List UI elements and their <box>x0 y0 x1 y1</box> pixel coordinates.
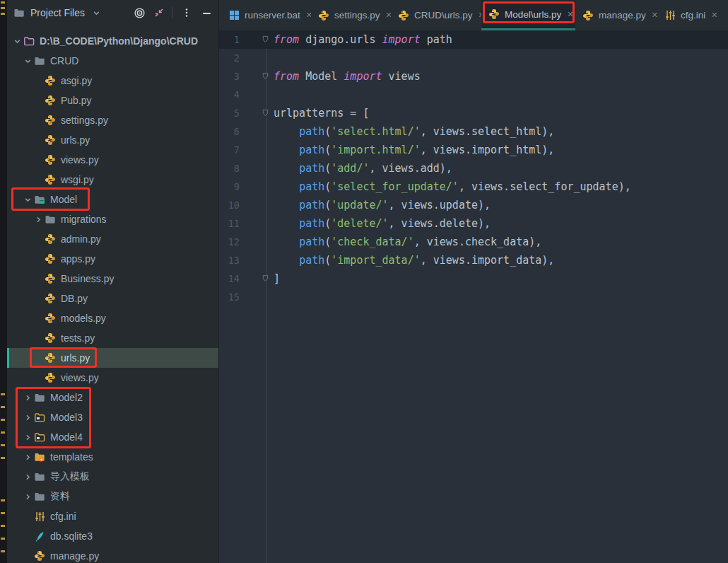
code-line-6[interactable]: 6 path('select.html/', views.select_html… <box>219 122 728 141</box>
tree-item-cfg-ini[interactable]: cfg.ini <box>7 506 218 526</box>
tree-item-model2[interactable]: Model2 <box>7 388 218 407</box>
chevron-right-icon[interactable] <box>22 492 33 501</box>
code-line-2[interactable]: 2 <box>219 49 728 67</box>
project-tree: D:\B_CODE\Python\Django\CRUDCRUDasgi.pyP… <box>7 31 218 563</box>
tab-settings-py[interactable]: settings.py✕ <box>311 0 391 30</box>
tree-item-label: CRUD <box>50 55 78 66</box>
close-icon[interactable]: ✕ <box>386 11 391 20</box>
tab-model-urls-py[interactable]: Model\urls.py✕ <box>481 0 575 30</box>
tab-crud-urls-py[interactable]: CRUD\urls.py✕ <box>391 0 481 30</box>
tree-item-urls-py[interactable]: urls.py <box>7 130 218 150</box>
hide-icon[interactable] <box>200 6 213 19</box>
chevron-down-icon[interactable] <box>11 37 23 46</box>
code-line-10[interactable]: 10 path('update/', views.update), <box>219 196 728 214</box>
token-string: 'update/' <box>331 199 388 211</box>
locate-target-icon[interactable] <box>133 6 146 19</box>
close-icon[interactable]: ✕ <box>711 11 717 20</box>
tree-item-wsgi-py[interactable]: wsgi.py <box>7 170 218 190</box>
token-text: ] <box>274 272 280 285</box>
code-line-7[interactable]: 7 path('import.html/', views.import_html… <box>219 141 728 159</box>
line-number: 14 <box>219 273 266 284</box>
project-files-dropdown[interactable]: Project Files <box>13 6 102 19</box>
code-line-14[interactable]: 14] <box>219 269 728 288</box>
tree-item-model[interactable]: Model <box>7 190 218 209</box>
tree-item-label: D:\B_CODE\Python\Django\CRUD <box>40 35 198 47</box>
fold-marker-icon[interactable] <box>262 72 269 80</box>
code-line-8[interactable]: 8 path('add/', views.add), <box>219 159 728 178</box>
tree-item-templates[interactable]: templates <box>7 447 218 467</box>
token-function: path <box>299 236 324 248</box>
python-icon <box>44 292 57 305</box>
tree-item-urls-py[interactable]: urls.py <box>7 348 218 368</box>
code-line-15[interactable]: 15 <box>219 288 728 306</box>
token-text <box>274 254 299 267</box>
tree-item-asgi-py[interactable]: asgi.py <box>7 71 218 91</box>
tab-cfg-ini[interactable]: cfg.ini✕ <box>657 0 724 30</box>
tab-manage-py[interactable]: manage.py✕ <box>575 0 657 30</box>
code-text: path('add/', views.add), <box>274 162 452 175</box>
tree-item-资料[interactable]: 资料 <box>7 487 218 506</box>
chevron-down-icon[interactable] <box>22 195 33 204</box>
close-icon[interactable]: ✕ <box>567 10 573 19</box>
token-keyword: from <box>274 33 299 46</box>
code-line-12[interactable]: 12 path('check_data/', views.check_data)… <box>219 233 728 251</box>
tree-item-business-py[interactable]: Business.py <box>7 269 218 289</box>
token-function: path <box>299 254 324 267</box>
tab-runserver-bat[interactable]: runserver.bat✕ <box>221 0 311 30</box>
code-line-4[interactable]: 4 <box>219 86 728 104</box>
code-line-1[interactable]: 1from django.urls import path <box>219 30 728 49</box>
collapse-icon[interactable] <box>153 6 165 19</box>
tree-item-crud[interactable]: CRUD <box>7 51 218 71</box>
tree-item-model3[interactable]: Model3 <box>7 407 218 427</box>
fold-marker-icon[interactable] <box>262 35 269 43</box>
tree-item-views-py[interactable]: views.py <box>7 150 218 170</box>
tab-label: manage.py <box>599 10 646 21</box>
tree-item-admin-py[interactable]: admin.py <box>7 229 218 249</box>
chevron-right-icon[interactable] <box>22 472 33 482</box>
tree-item-db-py[interactable]: DB.py <box>7 289 218 308</box>
chevron-right-icon[interactable] <box>22 453 33 462</box>
tree-item-models-py[interactable]: models.py <box>7 308 218 328</box>
code-line-9[interactable]: 9 path('select_for_update/', views.selec… <box>219 178 728 196</box>
tree-item-导入模板[interactable]: 导入模板 <box>7 467 218 487</box>
tree-item-label: Model2 <box>50 392 83 403</box>
token-string: 'import_data/' <box>331 254 420 267</box>
token-string: 'select.html/' <box>331 125 420 138</box>
ini-icon <box>33 510 46 523</box>
token-text: , views.check_data), <box>414 236 542 248</box>
tree-item-migrations[interactable]: migrations <box>7 209 218 229</box>
chevron-right-icon[interactable] <box>22 393 33 402</box>
tree-item-d-b-code-python-django-crud[interactable]: D:\B_CODE\Python\Django\CRUD <box>7 31 218 51</box>
tree-item-apps-py[interactable]: apps.py <box>7 249 218 269</box>
python-icon <box>44 114 57 127</box>
chevron-down-icon[interactable] <box>22 57 33 66</box>
python-icon <box>44 173 57 186</box>
python-file-icon <box>582 9 594 22</box>
tree-item-manage-py[interactable]: manage.py <box>7 546 218 563</box>
tree-item-db-sqlite3[interactable]: db.sqlite3 <box>7 526 218 546</box>
tree-item-views-py[interactable]: views.py <box>7 368 218 388</box>
code-text: path('check_data/', views.check_data), <box>274 236 541 248</box>
tree-item-settings-py[interactable]: settings.py <box>7 110 218 130</box>
code-editor[interactable]: 1from django.urls import path23from Mode… <box>219 30 728 563</box>
fold-marker-icon[interactable] <box>262 109 269 117</box>
code-line-5[interactable]: 5urlpatterns = [ <box>219 104 728 122</box>
code-line-3[interactable]: 3from Model import views <box>219 67 728 86</box>
tree-item-tests-py[interactable]: tests.py <box>7 328 218 348</box>
chevron-right-icon[interactable] <box>33 215 44 224</box>
chevron-right-icon[interactable] <box>22 413 33 422</box>
close-icon[interactable]: ✕ <box>652 11 657 20</box>
code-line-11[interactable]: 11 path('delete/', views.delete), <box>219 214 728 233</box>
token-string: 'delete/' <box>331 217 388 230</box>
chevron-right-icon[interactable] <box>22 433 33 442</box>
close-icon[interactable]: ✕ <box>306 11 311 20</box>
tree-item-label: cfg.ini <box>50 511 76 522</box>
more-options-icon[interactable] <box>180 6 193 19</box>
token-text <box>274 125 299 138</box>
line-number: 11 <box>219 218 266 229</box>
code-line-13[interactable]: 13 path('import_data/', views.import_dat… <box>219 251 728 269</box>
fold-marker-icon[interactable] <box>262 274 269 282</box>
python-file-icon <box>488 8 500 21</box>
tree-item-model4[interactable]: Model4 <box>7 427 218 447</box>
tree-item-pub-py[interactable]: Pub.py <box>7 91 218 110</box>
